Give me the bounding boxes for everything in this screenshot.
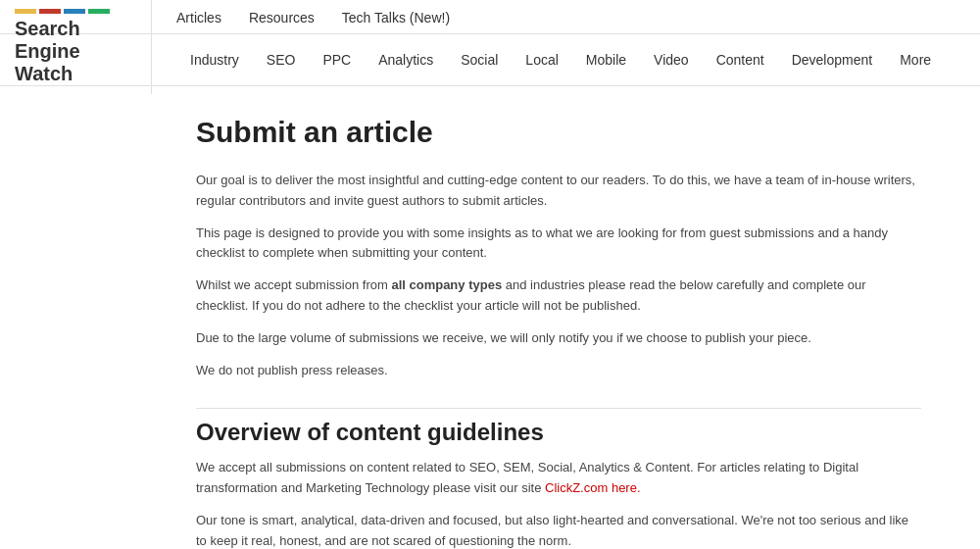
nav-local[interactable]: Local xyxy=(512,34,571,85)
page-title: Submit an article xyxy=(196,116,921,149)
intro-para-3: Whilst we accept submission from all com… xyxy=(196,275,921,317)
clickz-link[interactable]: ClickZ.com here. xyxy=(545,480,641,495)
nav-development[interactable]: Development xyxy=(778,34,887,85)
nav-social[interactable]: Social xyxy=(447,34,512,85)
nav-seo[interactable]: SEO xyxy=(253,34,310,85)
top-nav-articles[interactable]: Articles xyxy=(176,10,221,25)
section2-para-2: Our tone is smart, analytical, data-driv… xyxy=(196,511,921,549)
intro-para-5: We do not publish press releases. xyxy=(196,361,921,381)
top-nav-list: Articles Resources Tech Talks (New!) xyxy=(176,10,450,25)
intro-para-2: This page is designed to provide you wit… xyxy=(196,224,921,265)
nav-video[interactable]: Video xyxy=(640,34,703,85)
nav-ppc[interactable]: PPC xyxy=(309,34,365,85)
logo[interactable]: Search Engine Watch xyxy=(0,0,152,94)
logo-text-line2: Engine Watch xyxy=(15,40,136,85)
intro-para-1: Our goal is to deliver the most insightf… xyxy=(196,171,921,212)
nav-analytics[interactable]: Analytics xyxy=(365,34,447,85)
logo-bar-yellow xyxy=(15,9,36,14)
logo-bar-red xyxy=(39,9,61,14)
main-content: Submit an article Our goal is to deliver… xyxy=(176,86,941,549)
top-nav-techtalks[interactable]: Tech Talks (New!) xyxy=(342,10,450,25)
intro-para-4: Due to the large volume of submissions w… xyxy=(196,328,921,349)
logo-color-bars xyxy=(15,9,136,14)
nav-industry[interactable]: Industry xyxy=(176,34,253,85)
bold-company-types: all company types xyxy=(391,277,502,292)
top-nav-resources[interactable]: Resources xyxy=(249,10,315,25)
nav-mobile[interactable]: Mobile xyxy=(572,34,640,85)
logo-bar-blue xyxy=(64,9,85,14)
logo-text-line1: Search xyxy=(15,18,136,40)
section2-title: Overview of content guidelines xyxy=(196,408,921,446)
section2-para-1: We accept all submissions on content rel… xyxy=(196,458,921,499)
nav-more[interactable]: More xyxy=(886,34,945,85)
logo-bar-green xyxy=(88,9,110,14)
nav-content[interactable]: Content xyxy=(703,34,778,85)
main-nav-list: Industry SEO PPC Analytics Social Local … xyxy=(176,34,980,85)
